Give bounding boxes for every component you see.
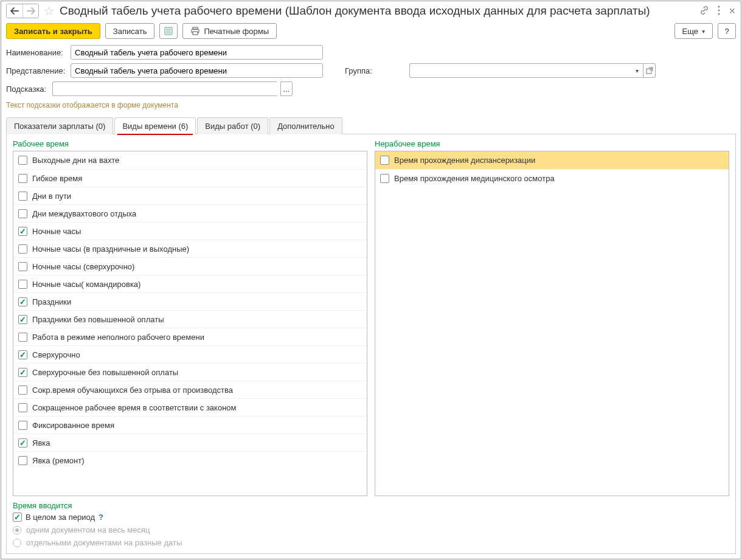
list-item-label: Ночные часы [32,227,81,236]
list-item-label: Праздники [32,297,71,306]
checkbox[interactable] [18,350,27,359]
checkbox[interactable] [18,385,27,395]
checkbox[interactable] [380,156,389,165]
work-time-list[interactable]: Выходные дни на вахтеГибкое времяДни в п… [13,151,367,496]
work-time-column: Рабочее время Выходные дни на вахтеГибко… [13,139,367,496]
checkbox[interactable] [18,333,27,342]
list-item[interactable]: Гибкое время [13,169,367,187]
checkbox[interactable] [18,421,27,430]
list-item[interactable]: Время прохождения медицинского осмотра [375,169,729,187]
list-item-label: Выходные дни на вахте [32,156,119,165]
checkbox[interactable] [18,227,27,236]
list-item[interactable]: Праздники [13,292,367,310]
list-item[interactable]: Ночные часы( командировка) [13,275,367,292]
list-item-label: Фиксированное время [32,421,114,430]
list-item[interactable]: Праздники без повышенной оплаты [13,310,367,328]
checkbox[interactable] [18,297,27,306]
radio-one-document-label: одним документом на весь месяц [26,525,150,534]
back-button[interactable] [7,4,23,18]
list-view-button[interactable] [159,23,178,39]
checkbox[interactable] [18,403,27,412]
list-item-label: Работа в режиме неполного рабочего време… [32,333,204,342]
group-dropdown-button[interactable]: ▾ [631,63,643,78]
checkbox[interactable] [18,209,27,218]
checkbox[interactable] [18,156,27,165]
form-area: Наименование: Представление: Группа: ▾ П… [1,44,741,116]
save-and-close-button[interactable]: Записать и закрыть [6,23,100,39]
checkbox[interactable] [18,174,27,183]
time-input-title: Время вводится [13,501,729,510]
checkbox[interactable] [18,262,27,271]
list-item[interactable]: Сверхурочно [13,345,367,363]
more-button[interactable]: Еще [674,23,713,39]
print-forms-button[interactable]: Печатные формы [182,23,277,39]
name-label: Наименование: [6,48,67,57]
list-item[interactable]: Ночные часы (в праздничные и выходные) [13,240,367,257]
nonwork-time-list[interactable]: Время прохождения диспансеризацииВремя п… [375,151,729,496]
checkbox[interactable] [18,438,27,448]
hint-ellipsis-button[interactable]: ... [280,81,293,96]
representation-input[interactable] [71,63,323,78]
list-item-label: Время прохождения диспансеризации [394,156,535,165]
list-item[interactable]: Время прохождения диспансеризации [375,151,729,169]
checkbox[interactable] [18,280,27,289]
list-item[interactable]: Работа в режиме неполного рабочего време… [13,328,367,345]
list-item[interactable]: Фиксированное время [13,416,367,434]
list-item[interactable]: Выходные дни на вахте [13,151,367,169]
list-icon [164,27,173,35]
svg-rect-9 [193,32,198,35]
checkbox[interactable] [380,174,389,183]
list-item[interactable]: Ночные часы [13,222,367,240]
group-input[interactable] [409,63,631,78]
titlebar: ☆ Сводный табель учета рабочего времени … [1,1,741,22]
whole-period-label: В целом за период [26,513,95,522]
list-item[interactable]: Дни междувахтового отдыха [13,204,367,222]
tab[interactable]: Дополнительно [269,117,342,134]
svg-point-0 [718,5,719,7]
link-icon[interactable] [699,5,709,17]
list-item[interactable]: Явка (ремонт) [13,451,367,469]
hint-input[interactable] [52,81,277,96]
svg-rect-8 [193,27,198,29]
list-item[interactable]: Ночные часы (сверхурочно) [13,257,367,275]
checkbox[interactable] [18,192,27,201]
radio-separate-documents-label: отдельными документами на разные даты [26,538,182,547]
print-label: Печатные формы [204,27,269,36]
list-item-label: Сокр.время обучающихся без отрыва от про… [32,385,233,395]
list-item-label: Ночные часы( командировка) [32,280,140,289]
list-item-label: Сокращенное рабочее время в соответствии… [32,403,237,412]
forward-button[interactable] [23,4,38,18]
hint-label: Подсказка: [6,85,49,94]
checkbox[interactable] [18,368,27,377]
name-input[interactable] [71,45,323,60]
checkbox[interactable] [18,244,27,254]
nonwork-time-title: Нерабочее время [375,139,729,148]
list-item[interactable]: Явка [13,434,367,451]
help-button[interactable]: ? [718,23,736,39]
tab[interactable]: Виды работ (0) [197,117,268,134]
list-item-label: Время прохождения медицинского осмотра [394,174,555,183]
list-item[interactable]: Сокращенное рабочее время в соответствии… [13,398,367,416]
tab[interactable]: Показатели зарплаты (0) [6,117,113,134]
list-item[interactable]: Сверхурочные без повышенной оплаты [13,363,367,381]
favorite-star-icon[interactable]: ☆ [44,5,55,17]
list-item-label: Ночные часы (в праздничные и выходные) [32,244,189,254]
save-button[interactable]: Записать [105,23,155,39]
list-item[interactable]: Дни в пути [13,187,367,204]
list-item-label: Явка (ремонт) [32,456,85,465]
nav-buttons [6,4,39,18]
group-open-button[interactable] [643,63,656,78]
close-button[interactable]: ✕ [729,6,736,16]
more-label: Еще [682,27,698,36]
tab[interactable]: Виды времени (6) [114,117,196,134]
list-item[interactable]: Сокр.время обучающихся без отрыва от про… [13,381,367,398]
checkbox[interactable] [18,315,27,324]
group-label: Группа: [345,66,406,75]
checkbox[interactable] [18,456,27,465]
help-icon[interactable]: ? [99,513,103,522]
tab-content: Рабочее время Выходные дни на вахтеГибко… [6,134,736,554]
open-external-icon [646,67,653,74]
whole-period-checkbox[interactable] [13,513,22,522]
kebab-menu-icon[interactable] [718,5,720,17]
arrow-left-icon [10,7,19,15]
